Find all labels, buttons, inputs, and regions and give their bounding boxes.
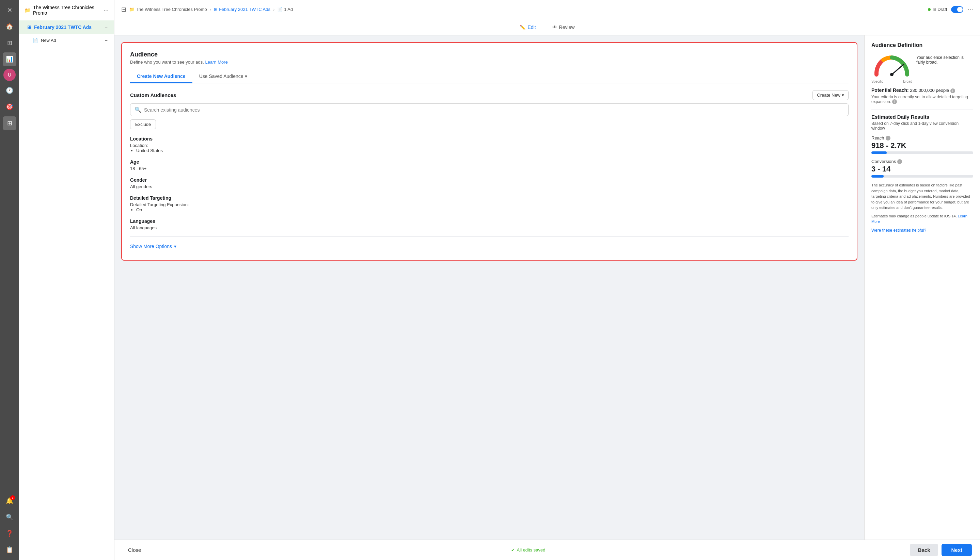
helpful-question-link[interactable]: Were these estimates helpful? [871,228,926,233]
show-more-chevron: ▾ [174,243,176,249]
divider [130,237,849,237]
avatar[interactable]: U [3,69,16,81]
create-new-button[interactable]: Create New ▾ [813,90,849,100]
status-label: In Draft [933,7,947,12]
notification-badge: 1 [10,495,15,500]
audience-definition-title: Audience Definition [871,42,973,48]
est-daily-title: Estimated Daily Results [871,114,973,120]
audience-card: Audience Define who you want to see your… [121,42,858,261]
ad-name: New Ad [41,38,56,43]
potential-reach-info[interactable]: i [950,88,955,93]
criteria-note: Your criteria is currently set to allow … [871,95,973,105]
back-button[interactable]: Back [910,544,938,556]
audience-subtitle: Define who you want to see your ads. Lea… [130,60,849,65]
tab-create-new[interactable]: Create New Audience [130,70,192,83]
center-panel: Audience Define who you want to see your… [114,35,864,540]
folder-icon: 📁 [25,7,30,13]
gauge-chart: Specific Broad [871,52,912,83]
potential-reach-value: 230,000,000 people [910,88,949,93]
potential-reach: Potential Reach: 230,000,000 people i [871,87,973,93]
gender-value: All genders [130,184,849,189]
svg-point-1 [890,73,893,76]
table-icon[interactable]: ⊞ [3,117,16,130]
search-icon[interactable]: 🔍 [3,510,16,524]
bottom-right-buttons: Back Next [910,544,972,556]
breadcrumb-folder-icon: 📁 [129,7,134,12]
adset-item[interactable]: ⊞ February 2021 TWTC Ads ··· [19,20,114,34]
locations-section: Locations Location: United States [130,136,849,153]
detailed-targeting-section: Detailed Targeting Detailed Targeting Ex… [130,195,849,212]
home-icon[interactable]: 🏠 [3,20,16,33]
campaign-item[interactable]: 📁 The Witness Tree Chronicles Promo ··· [19,0,114,20]
tab-saved-chevron: ▾ [245,73,247,79]
reach-info[interactable]: i [886,136,890,140]
search-input[interactable] [144,107,844,113]
edit-icon: ✏️ [520,25,525,30]
gauge-row: Specific Broad Your audience selection i… [871,52,973,83]
location-us: United States [136,148,849,153]
edit-button[interactable]: ✏️ Edit [515,22,540,32]
conversions-value: 3 - 14 [871,165,973,173]
breadcrumb-sep-1: › [210,7,211,12]
report-icon[interactable]: 📋 [3,543,16,557]
check-icon: ✔ [511,547,515,553]
breadcrumb-toggle-icon[interactable]: ⊟ [121,6,126,13]
right-panel: Audience Definition [864,35,980,540]
estimated-daily-section: Estimated Daily Results Based on 7-day c… [871,114,973,233]
review-icon: 👁 [552,25,557,30]
breadcrumb-campaign: The Witness Tree Chronicles Promo [136,7,207,12]
est-subtitle: Based on 7-day click and 1-day view conv… [871,121,973,131]
help-icon[interactable]: ❓ [3,527,16,540]
compass-icon[interactable]: 🎯 [3,100,16,113]
breadcrumb-ad-icon: 📄 [277,7,283,12]
custom-audiences-header: Custom Audiences Create New ▾ [130,90,849,100]
breadcrumb-ad-count: 1 Ad [284,7,293,12]
notifications-icon[interactable]: 🔔 1 [3,494,16,508]
campaign-name: The Witness Tree Chronicles Promo [33,5,104,16]
criteria-info[interactable]: i [892,99,897,104]
exclude-button[interactable]: Exclude [130,119,156,129]
learn-more-link[interactable]: Learn More [205,60,227,65]
show-more-label: Show More Options [130,243,172,249]
panel-divider [871,110,973,110]
tab-use-saved[interactable]: Use Saved Audience ▾ [192,70,254,83]
conversions-bar-fill [871,175,884,178]
locations-label: Locations [130,136,849,142]
custom-audiences-label: Custom Audiences [130,92,176,98]
ad-icon: 📄 [33,38,38,43]
breadcrumb-adset: February 2021 TWTC Ads [219,7,270,12]
adset-more-icon[interactable]: ··· [105,25,109,30]
status-badge: In Draft [928,7,947,12]
languages-label: Languages [130,218,849,224]
close-button[interactable]: Close [122,544,146,556]
review-button[interactable]: 👁 Review [548,22,579,32]
gender-label: Gender [130,177,849,183]
grid-icon[interactable]: ⊞ [3,36,16,50]
show-more-button[interactable]: Show More Options ▾ [130,241,176,252]
campaign-more-icon[interactable]: ··· [104,7,109,14]
conversions-label: Conversions [871,159,896,164]
topbar-more-icon[interactable]: ··· [967,5,973,13]
topbar-right: In Draft ··· [928,5,973,13]
ad-item[interactable]: 📄 New Ad ··· [19,34,114,46]
gauge-description: Your audience selection is fairly broad. [916,55,973,65]
gauge-specific-label: Specific [871,80,883,83]
conversions-info[interactable]: i [897,159,902,164]
next-button[interactable]: Next [942,544,972,556]
adset-icon: ⊞ [27,25,31,30]
create-new-chevron: ▾ [842,93,844,98]
saved-message: ✔ All edits saved [511,547,545,553]
topbar: ⊟ 📁 The Witness Tree Chronicles Promo › … [114,0,980,19]
reach-bar-fill [871,152,887,154]
main-area: ⊟ 📁 The Witness Tree Chronicles Promo › … [114,0,980,560]
age-label: Age [130,159,849,165]
chart-icon[interactable]: 📊 [3,52,16,66]
reach-value: 918 - 2.7K [871,141,973,150]
content-area: Audience Define who you want to see your… [114,35,980,540]
potential-reach-label: Potential Reach: [871,87,909,93]
close-button[interactable]: ✕ [3,3,16,17]
nav-sidebar: 📁 The Witness Tree Chronicles Promo ··· … [19,0,114,560]
draft-toggle[interactable] [951,6,963,13]
ad-more-icon[interactable]: ··· [105,37,109,43]
clock-icon[interactable]: 🕐 [3,84,16,97]
